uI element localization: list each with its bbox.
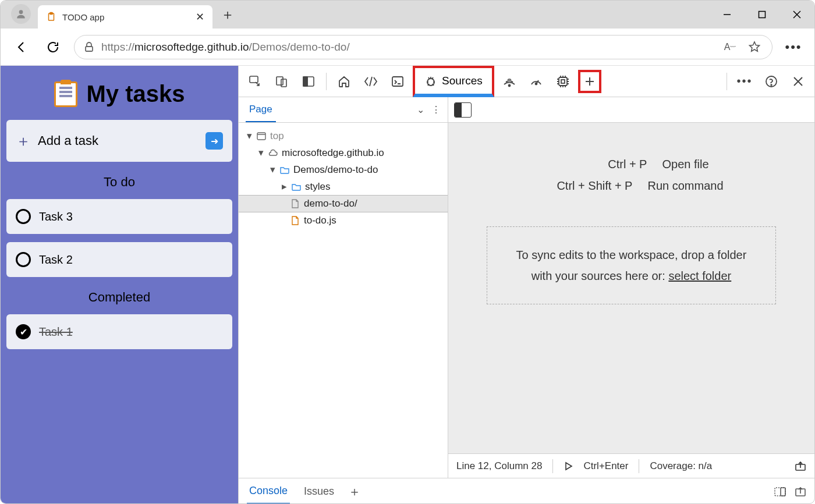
file-icon: [290, 198, 300, 209]
task-label: Task 1: [39, 325, 73, 339]
svg-rect-2: [50, 13, 53, 15]
svg-point-23: [771, 84, 772, 86]
issues-tab[interactable]: Issues: [302, 480, 336, 503]
address-bar: https://microsoftedge.github.io/Demos/de…: [1, 29, 814, 66]
task-item[interactable]: Task 2: [6, 242, 232, 277]
tree-label: top: [270, 130, 284, 142]
url-text: https://microsoftedge.github.io/Demos/de…: [101, 41, 350, 54]
svg-point-17: [535, 83, 537, 84]
refresh-button[interactable]: [42, 37, 63, 58]
sources-tab[interactable]: Sources: [413, 66, 494, 97]
page-tab[interactable]: Page: [246, 98, 276, 122]
toggle-navigator-button[interactable]: [454, 102, 472, 118]
play-icon[interactable]: [564, 462, 573, 471]
file-tree: ▾ top ▾ microsoftedge.github.io ▾ Demos/…: [239, 123, 448, 233]
browser-tab[interactable]: TODO app ✕: [38, 5, 212, 29]
more-tabs-button[interactable]: [578, 70, 601, 93]
shortcut-row: Ctrl + P Open file: [554, 158, 708, 171]
tree-index[interactable]: demo-to-do/: [239, 195, 448, 212]
cloud-icon: [268, 148, 278, 158]
svg-rect-14: [392, 77, 403, 86]
more-icon[interactable]: •••: [733, 70, 756, 93]
tree-label: to-do.js: [304, 215, 336, 226]
kebab-icon[interactable]: ⋮: [431, 104, 441, 115]
tree-folder[interactable]: ▾ Demos/demo-to-do: [239, 161, 448, 178]
page-title: My tasks: [87, 81, 185, 107]
workspace-drop-zone[interactable]: To sync edits to the workspace, drop a f…: [487, 226, 777, 304]
read-aloud-icon[interactable]: A〰: [722, 39, 738, 55]
device-icon[interactable]: [270, 70, 293, 93]
chevron-down-icon[interactable]: ⌄: [417, 104, 424, 115]
svg-rect-13: [303, 77, 307, 86]
radio-icon[interactable]: [16, 252, 31, 267]
folder-icon: [291, 182, 302, 192]
panel-icon[interactable]: [297, 70, 320, 93]
folder-icon: [279, 165, 290, 175]
sources-tab-label: Sources: [442, 74, 483, 87]
tree-host[interactable]: ▾ microsoftedge.github.io: [239, 144, 448, 161]
file-icon: [290, 215, 300, 226]
new-tab-button[interactable]: ＋: [221, 5, 235, 24]
tab-title: TODO app: [62, 12, 190, 22]
select-folder-link[interactable]: select folder: [668, 269, 731, 282]
completed-section-label: Completed: [6, 290, 232, 305]
svg-rect-19: [561, 80, 565, 83]
welcome-tab-icon[interactable]: [332, 70, 356, 93]
memory-tab-icon[interactable]: [551, 70, 575, 93]
inspect-icon[interactable]: [243, 70, 267, 93]
coverage-label: Coverage: n/a: [650, 460, 712, 472]
svg-rect-4: [759, 12, 766, 18]
tree-styles[interactable]: ▸ styles: [239, 178, 448, 195]
url-box[interactable]: https://microsoftedge.github.io/Demos/de…: [74, 35, 773, 59]
window-icon: [256, 131, 267, 141]
console-tab[interactable]: Console: [247, 479, 290, 504]
help-icon[interactable]: [760, 70, 783, 93]
svg-rect-9: [277, 77, 283, 85]
profile-avatar[interactable]: [11, 4, 31, 24]
expand-icon[interactable]: [795, 487, 806, 497]
add-task-input[interactable]: ＋ Add a task ➜: [6, 120, 232, 162]
close-icon[interactable]: ✕: [196, 10, 204, 23]
check-icon[interactable]: ✔: [16, 324, 31, 339]
elements-tab-icon[interactable]: [359, 70, 382, 93]
tree-label: styles: [305, 181, 330, 193]
maximize-button[interactable]: [745, 1, 779, 29]
settings-menu-button[interactable]: •••: [783, 37, 804, 58]
tree-top[interactable]: ▾ top: [239, 127, 448, 144]
task-label: Task 3: [39, 210, 73, 223]
bug-icon: [424, 74, 437, 87]
dock-icon[interactable]: [774, 487, 786, 497]
devtools-drawer: Console Issues ＋: [239, 478, 814, 504]
tree-label: demo-to-do/: [304, 198, 357, 210]
tree-label: microsoftedge.github.io: [282, 147, 384, 159]
sources-navigator: Page ⌄ ⋮ ▾ top ▾ microsoftedge.github.io: [239, 97, 448, 478]
shortcut-row: Ctrl + Shift + P Run command: [539, 179, 723, 193]
svg-rect-8: [250, 76, 258, 83]
network-tab-icon[interactable]: [498, 70, 521, 93]
svg-point-16: [508, 84, 510, 86]
favorite-icon[interactable]: [746, 39, 763, 55]
plus-icon[interactable]: ＋: [348, 483, 361, 501]
cursor-position: Line 12, Column 28: [456, 460, 542, 472]
tree-js[interactable]: to-do.js: [239, 212, 448, 229]
task-item[interactable]: Task 3: [6, 199, 232, 234]
back-button[interactable]: [11, 37, 32, 58]
svg-rect-18: [559, 77, 567, 86]
clipboard-icon: [46, 12, 56, 22]
devtools: Sources ••• Page ⌄ ⋮: [238, 66, 814, 504]
performance-tab-icon[interactable]: [525, 70, 548, 93]
submit-task-button[interactable]: ➜: [205, 132, 223, 150]
run-shortcut: Ctrl+Enter: [583, 460, 628, 472]
clipboard-icon: [54, 81, 77, 107]
radio-icon[interactable]: [16, 209, 31, 224]
editor-pane: Ctrl + P Open file Ctrl + Shift + P Run …: [448, 97, 814, 478]
editor-status-bar: Line 12, Column 28 Ctrl+Enter Coverage: …: [448, 453, 814, 478]
close-window-button[interactable]: [779, 1, 814, 29]
minimize-button[interactable]: [710, 1, 745, 29]
upload-icon[interactable]: [795, 461, 806, 471]
console-tab-icon[interactable]: [386, 70, 409, 93]
close-devtools-button[interactable]: [786, 70, 810, 93]
task-item[interactable]: ✔ Task 1: [6, 314, 232, 349]
tree-label: Demos/demo-to-do: [293, 164, 378, 176]
todo-section-label: To do: [6, 175, 232, 190]
